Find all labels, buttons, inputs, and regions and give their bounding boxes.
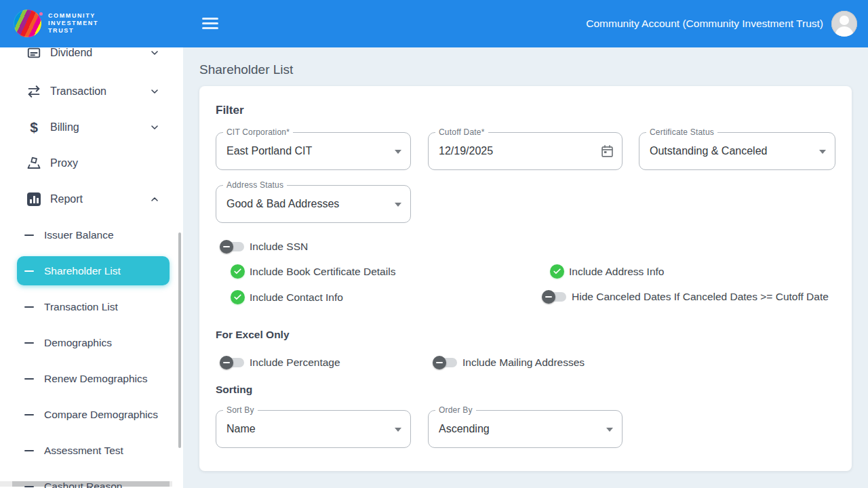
check-circle-icon bbox=[550, 264, 564, 279]
dash-icon bbox=[24, 235, 34, 237]
account-label[interactable]: Community Account (Community Investment … bbox=[586, 0, 823, 47]
include-contact-info-checkbox[interactable]: Include Contact Info bbox=[231, 290, 343, 304]
proxy-icon bbox=[26, 156, 42, 171]
dash-icon bbox=[24, 306, 34, 308]
dash-icon bbox=[24, 342, 34, 344]
toggle-label: Include Mailing Addresses bbox=[462, 357, 585, 369]
app-header: COMMUNITY INVESTMENT TRUST Community Acc… bbox=[0, 0, 868, 47]
chevron-down-icon bbox=[149, 86, 160, 97]
sidebar-item-compare-demographics[interactable]: Compare Demographics bbox=[0, 397, 183, 432]
checkbox-label: Include Address Info bbox=[569, 266, 664, 278]
sort-by-select[interactable]: Sort By Name bbox=[216, 410, 411, 448]
address-status-select[interactable]: Address Status Good & Bad Addresses bbox=[216, 185, 411, 223]
chevron-down-icon bbox=[149, 47, 160, 58]
logo-dot-icon bbox=[39, 12, 43, 16]
excel-only-heading: For Excel Only bbox=[216, 329, 290, 341]
sidebar-item-renew-demographics[interactable]: Renew Demographics bbox=[0, 361, 183, 396]
toggle-off-icon bbox=[542, 290, 568, 304]
caret-down-icon bbox=[819, 150, 826, 154]
chevron-up-icon bbox=[149, 194, 160, 205]
checkbox-label: Include Contact Info bbox=[250, 291, 343, 304]
transaction-icon bbox=[26, 84, 42, 99]
dash-icon bbox=[24, 450, 34, 452]
billing-icon: $ bbox=[26, 119, 42, 136]
checkbox-label: Include Book Certificate Details bbox=[250, 266, 395, 278]
toggle-off-icon bbox=[220, 356, 245, 369]
sidebar-item-proxy[interactable]: Proxy bbox=[0, 146, 183, 181]
caret-down-icon bbox=[395, 428, 401, 432]
sidebar-item-label: Dividend bbox=[50, 47, 92, 59]
field-value: Outstanding & Canceled bbox=[650, 133, 767, 169]
minus-icon bbox=[545, 296, 552, 298]
sidebar-item-label: Demographics bbox=[44, 337, 112, 349]
minus-icon bbox=[223, 362, 230, 363]
sidebar-item-issuer-balance[interactable]: Issuer Balance bbox=[0, 218, 183, 253]
avatar[interactable] bbox=[831, 11, 857, 37]
report-icon bbox=[26, 192, 42, 206]
cutoff-date-field[interactable]: Cutoff Date* 12/19/2025 bbox=[428, 132, 623, 170]
sidebar-item-report[interactable]: Report bbox=[0, 182, 183, 217]
logo-text: COMMUNITY INVESTMENT TRUST bbox=[48, 12, 98, 35]
app-logo: COMMUNITY INVESTMENT TRUST bbox=[14, 9, 98, 37]
field-value: East Portland CIT bbox=[226, 133, 312, 169]
avatar-person-icon bbox=[840, 16, 849, 25]
sidebar-item-billing[interactable]: $ Billing bbox=[0, 110, 183, 145]
field-value: 12/19/2025 bbox=[439, 133, 493, 169]
sidebar-item-label: Assessment Test bbox=[44, 445, 123, 457]
sidebar-item-label: Transaction bbox=[50, 85, 106, 98]
include-address-info-checkbox[interactable]: Include Address Info bbox=[550, 264, 664, 279]
calendar-icon[interactable] bbox=[600, 144, 614, 159]
caret-down-icon bbox=[395, 150, 401, 154]
dash-icon bbox=[24, 378, 34, 380]
sidebar-item-label: Shareholder List bbox=[44, 265, 121, 277]
sidebar-item-label: Issuer Balance bbox=[44, 229, 114, 241]
page-title: Shareholder List bbox=[199, 62, 293, 77]
dividend-icon bbox=[26, 47, 42, 60]
filter-card: Filter CIT Corporation* East Portland CI… bbox=[199, 86, 852, 471]
include-percentage-toggle[interactable]: Include Percentage bbox=[220, 356, 340, 369]
minus-icon bbox=[223, 246, 230, 247]
sidebar-item-label: Report bbox=[50, 193, 83, 205]
sidebar-item-label: Billing bbox=[50, 121, 79, 134]
caret-down-icon bbox=[395, 203, 401, 207]
sidebar-item-assessment-test[interactable]: Assessment Test bbox=[0, 433, 183, 468]
toggle-label: Hide Canceled Dates If Canceled Dates >=… bbox=[572, 291, 829, 303]
sidebar-vertical-scrollbar-thumb[interactable] bbox=[178, 232, 181, 448]
main-content: Shareholder List Filter CIT Corporation*… bbox=[183, 47, 868, 488]
sorting-heading: Sorting bbox=[216, 384, 252, 396]
order-by-select[interactable]: Order By Ascending bbox=[428, 410, 623, 448]
sidebar-item-label: Cashout Reason bbox=[44, 481, 122, 488]
check-circle-icon bbox=[231, 264, 245, 279]
include-mailing-addresses-toggle[interactable]: Include Mailing Addresses bbox=[433, 356, 585, 369]
minus-icon bbox=[436, 362, 443, 363]
field-value: Good & Bad Addresses bbox=[226, 186, 339, 222]
menu-icon[interactable] bbox=[202, 18, 218, 32]
sidebar-item-shareholder-list[interactable]: Shareholder List bbox=[0, 253, 183, 289]
sidebar: Dividend Transaction $ Billing Proxy Rep… bbox=[0, 47, 183, 488]
include-ssn-toggle[interactable]: Include SSN bbox=[220, 240, 308, 253]
sidebar-item-transaction[interactable]: Transaction bbox=[0, 74, 183, 109]
logo-circle-icon bbox=[14, 9, 41, 37]
field-value: Ascending bbox=[439, 411, 490, 447]
filter-heading: Filter bbox=[216, 104, 244, 117]
caret-down-icon bbox=[606, 428, 613, 432]
sidebar-item-label: Proxy bbox=[50, 157, 78, 169]
check-circle-icon bbox=[231, 290, 245, 304]
avatar-person-icon bbox=[835, 26, 854, 37]
cit-corporation-select[interactable]: CIT Corporation* East Portland CIT bbox=[216, 132, 411, 170]
hide-canceled-dates-toggle[interactable]: Hide Canceled Dates If Canceled Dates >=… bbox=[542, 290, 829, 304]
field-value: Name bbox=[226, 411, 256, 447]
sidebar-item-transaction-list[interactable]: Transaction List bbox=[0, 289, 183, 325]
logo-line: COMMUNITY bbox=[48, 12, 98, 20]
include-book-certificate-details-checkbox[interactable]: Include Book Certificate Details bbox=[231, 264, 395, 279]
toggle-label: Include Percentage bbox=[250, 357, 340, 369]
certificate-status-select[interactable]: Certificate Status Outstanding & Cancele… bbox=[639, 132, 835, 170]
logo-line: INVESTMENT bbox=[48, 20, 98, 27]
toggle-off-icon bbox=[433, 356, 458, 369]
sidebar-item-dividend[interactable]: Dividend bbox=[0, 47, 183, 70]
dash-icon bbox=[24, 486, 34, 488]
sidebar-item-label: Transaction List bbox=[44, 301, 118, 313]
logo-line: TRUST bbox=[48, 27, 98, 35]
sidebar-item-label: Compare Demographics bbox=[44, 409, 158, 421]
sidebar-item-demographics[interactable]: Demographics bbox=[0, 325, 183, 361]
